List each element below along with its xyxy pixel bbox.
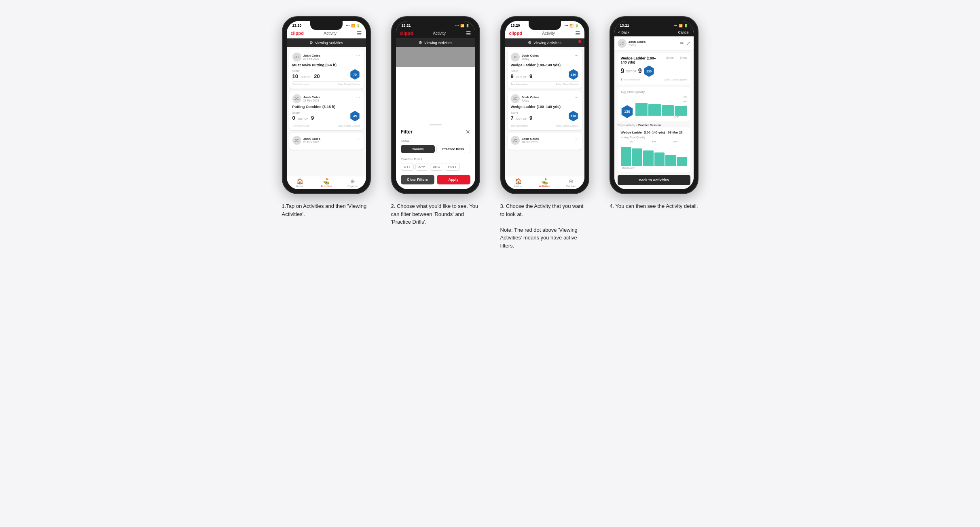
card-3-user-details: Josh Coles 28 Feb 2023: [303, 137, 321, 144]
edit-icon[interactable]: ✏: [680, 40, 684, 46]
card-2-stats-row: Score 0 OUT OF 9 45: [292, 111, 360, 121]
signal-icon-4: ▪▪▪: [674, 24, 677, 28]
signal-icon-2: ▪▪▪: [455, 24, 459, 28]
card-2-footer: Test Information Data: Clippd Capture: [292, 123, 360, 127]
tag-ott[interactable]: OTT: [401, 163, 414, 171]
card-p3-1-stats-row: Score 9 OUT OF 9 130: [511, 69, 579, 80]
card-1-shot-quality-hex: 75: [350, 69, 360, 80]
card-p3-3-user-details: Josh Coles 28 Feb 2023: [522, 137, 539, 144]
card-p3-2-drill-name: Wedge Ladder (100–140 yds): [511, 105, 579, 109]
tag-putt[interactable]: PUTT: [445, 163, 460, 171]
practice-sub-label: Avg Shot Quality: [624, 136, 645, 139]
phone-2-time: 13:21: [402, 23, 411, 28]
card-p3-2-shots-value: 9: [529, 115, 532, 121]
back-button[interactable]: < Back: [618, 30, 630, 34]
viewing-activities-bar-3[interactable]: ⚙ Viewing Activities: [505, 38, 584, 47]
filter-icon: ⚙: [309, 40, 313, 45]
test-info-text: Test Information: [623, 78, 641, 81]
avatar-1: JC: [292, 53, 301, 61]
phone-4-column: 13:21 ▪▪▪ 📶 🔋 < Back Cancel JC Jos: [605, 16, 703, 210]
card-2-footer-right: Data: Clippd Capture: [337, 125, 360, 127]
y-axis-label: Shot Quality: [622, 167, 687, 169]
card-p3-2-footer-right: Data: Clippd Capture: [556, 125, 578, 127]
card-1-date: 28 Feb 2023: [303, 57, 321, 60]
card-p3-2-more-dots[interactable]: ···: [574, 94, 578, 100]
mini-chart-container: 130 100 50 0: [635, 95, 687, 118]
clear-filters-button[interactable]: Clear Filters: [401, 175, 434, 184]
nav-capture[interactable]: ⊕ Capture: [339, 178, 366, 188]
nav-activities-3[interactable]: ⛳ Activities: [531, 178, 558, 188]
hamburger-icon[interactable]: ☰: [357, 30, 362, 36]
practice-bar-4: [654, 152, 665, 166]
nav-capture-3[interactable]: ⊕ Capture: [558, 178, 584, 188]
card-p3-1-score-block: Score 9 OUT OF 9: [511, 70, 533, 80]
card-p3-3-more-dots[interactable]: ···: [574, 136, 578, 142]
card-p3-2-user-info: JC Josh Coles Today: [511, 94, 539, 103]
bar-label-2: 129: [643, 140, 665, 143]
practice-title: Wedge Ladder (100–140 yds) - 06 Mar 23: [621, 131, 687, 134]
phone-2-screen: 13:21 ▪▪▪ 📶 🔋 clippd Activity ☰ ⚙ Viewin…: [396, 21, 475, 189]
apply-button[interactable]: Apply: [437, 175, 470, 184]
practice-chart: [621, 144, 687, 166]
detail-avatar: JC: [618, 39, 627, 48]
viewing-activities-bar-2[interactable]: ⚙ Viewing Activities: [396, 38, 475, 47]
activity-card-1[interactable]: JC Josh Coles 28 Feb 2023 ··· Must Make …: [289, 49, 364, 89]
card-2-more-dots[interactable]: ···: [356, 94, 360, 100]
card-1-score-value: 10: [292, 73, 298, 79]
hamburger-icon-2[interactable]: ☰: [466, 30, 471, 36]
nav-activities[interactable]: ⛳ Activities: [313, 178, 339, 188]
detail-shot-quality-hex: 130: [643, 66, 655, 77]
card-p3-2-score-block: Score 7 OUT OF 9: [511, 111, 533, 121]
card-3-more-dots[interactable]: ···: [356, 136, 360, 142]
phone-1-screen: 13:20 ▪▪▪ 📶 🔋 clippd Activity ☰ ⚙ Viewin…: [287, 21, 366, 189]
cancel-button[interactable]: Cancel: [678, 30, 689, 34]
activity-card-p3-1[interactable]: JC Josh Coles Today ··· Wedge Ladder (10…: [508, 49, 582, 89]
viewing-activities-bar[interactable]: ⚙ Viewing Activities: [287, 38, 366, 47]
detail-user-name: Josh Coles: [629, 40, 646, 44]
capture-label: Capture: [347, 185, 358, 188]
clippd-logo-3: clippd: [509, 31, 522, 36]
avatar-p3-3: JC: [511, 136, 520, 145]
tab-rounds[interactable]: Rounds: [401, 145, 435, 153]
nav-home-3[interactable]: 🏠 Home: [505, 178, 531, 188]
caption-3: 3. Choose the Activity that you want to …: [500, 202, 589, 250]
hamburger-icon-3[interactable]: ☰: [575, 30, 580, 36]
detail-user-date: Today: [629, 44, 646, 47]
activity-card-p3-3[interactable]: JC Josh Coles 28 Feb 2023 ···: [508, 133, 582, 150]
detail-user-info: JC Josh Coles Today: [618, 39, 646, 48]
phone-4-status-icons: ▪▪▪ 📶 🔋: [674, 24, 688, 28]
card-1-footer-left: Test Information: [292, 83, 310, 85]
card-1-score-label: Score: [292, 70, 320, 72]
drill-tags: OTT APP ARG PUTT: [401, 163, 470, 171]
tab-practice-drills[interactable]: Practice Drills: [436, 145, 470, 153]
bar-3: [662, 105, 674, 116]
card-1-footer: Test Information Data: Clippd Capture: [292, 81, 360, 85]
tag-arg[interactable]: ARG: [430, 163, 443, 171]
card-2-shots-value: 9: [311, 115, 314, 121]
tag-app[interactable]: APP: [415, 163, 428, 171]
card-p3-1-more-dots[interactable]: ···: [574, 53, 578, 58]
avatar-p3-1: JC: [511, 53, 520, 61]
signal-icon: ▪▪▪: [346, 24, 350, 28]
card-2-drill-name: Putting Combine (3-15 ft): [292, 105, 360, 109]
drills-label: Practice Drills: [401, 157, 470, 161]
caption-1: 1.Tap on Activities and then 'Viewing Ac…: [282, 202, 371, 218]
card-p3-1-header: JC Josh Coles Today ···: [511, 53, 579, 61]
phone-1-scroll-content: JC Josh Coles 28 Feb 2023 ··· Must Make …: [287, 47, 366, 176]
card-1-more-dots[interactable]: ···: [356, 53, 360, 58]
back-activities-button[interactable]: Back to Activities: [618, 175, 690, 185]
practice-session-label: Practice Session: [638, 124, 661, 127]
nav-title-3: Activity: [542, 31, 555, 36]
activity-card-p3-2[interactable]: JC Josh Coles Today ··· Wedge Ladder (10…: [508, 91, 582, 130]
y-label-50: 100: [683, 100, 687, 103]
wifi-icon-4: 📶: [679, 24, 683, 28]
y-label-100: 130: [683, 95, 687, 98]
activity-card-3[interactable]: JC Josh Coles 28 Feb 2023 ···: [289, 133, 364, 150]
wifi-icon: 📶: [351, 24, 355, 28]
expand-icon[interactable]: ⤢: [686, 40, 690, 46]
filter-close-icon[interactable]: ✕: [466, 129, 470, 135]
detail-drill-row: Wedge Ladder (100–140 yds) Score Shots: [621, 56, 687, 64]
nav-home[interactable]: 🏠 Home: [287, 178, 313, 188]
clippd-logo-2: clippd: [400, 31, 413, 36]
activity-card-2[interactable]: JC Josh Coles 28 Feb 2023 ··· Putting Co…: [289, 91, 364, 130]
